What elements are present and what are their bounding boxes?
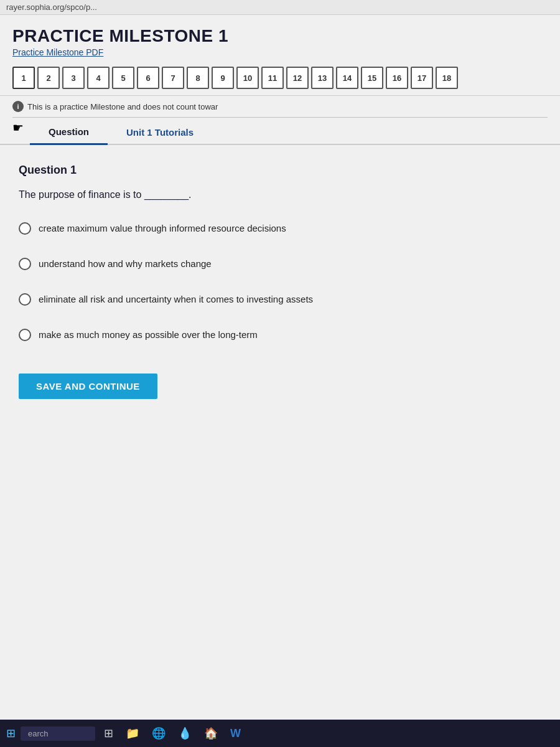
- nav-btn-3[interactable]: 3: [62, 67, 85, 89]
- tabs-row: ☛ Question Unit 1 Tutorials: [0, 120, 560, 145]
- taskbar-files-icon[interactable]: 📁: [122, 726, 143, 740]
- nav-btn-11[interactable]: 11: [261, 67, 284, 89]
- browser-icon: 🌐: [148, 726, 169, 740]
- taskbar: ⊞ earch ⊞ 📁 🌐 💧 🏠 W: [0, 720, 560, 747]
- nav-btn-15[interactable]: 15: [361, 67, 383, 89]
- subtitle-pdf-link[interactable]: Practice Milestone PDF: [12, 47, 103, 57]
- tab-question[interactable]: Question: [30, 120, 108, 145]
- radio-a[interactable]: [19, 222, 31, 235]
- nav-btn-12[interactable]: 12: [286, 67, 309, 89]
- question-area: Question 1 The purpose of finance is to …: [0, 145, 560, 411]
- save-continue-button[interactable]: SAVE AND CONTINUE: [19, 374, 157, 399]
- page-title: PRACTICE MILESTONE 1: [12, 26, 548, 46]
- nav-btn-4[interactable]: 4: [87, 67, 110, 89]
- question-navigation: 1 2 3 4 5 6 7 8 9 10 11 12 13 14 15 16 1…: [0, 60, 560, 95]
- folder-icon: 📁: [122, 726, 143, 740]
- answer-option-c[interactable]: eliminate all risk and uncertainty when …: [19, 290, 541, 308]
- radio-d[interactable]: [19, 329, 31, 341]
- taskbar-search[interactable]: earch: [21, 726, 95, 741]
- windows-icon: ⊞: [6, 726, 16, 740]
- nav-btn-2[interactable]: 2: [37, 67, 60, 89]
- nav-btn-16[interactable]: 16: [386, 67, 408, 89]
- dropbox-icon: 💧: [174, 726, 195, 740]
- notice-bar: i This is a practice Milestone and does …: [0, 96, 560, 117]
- answer-option-a[interactable]: create maximum value through informed re…: [19, 219, 541, 237]
- word-icon: W: [226, 727, 245, 740]
- nav-btn-8[interactable]: 8: [187, 67, 209, 89]
- radio-b[interactable]: [19, 258, 31, 270]
- nav-btn-17[interactable]: 17: [411, 67, 433, 89]
- answer-option-d[interactable]: make as much money as possible over the …: [19, 326, 541, 344]
- nav-btn-6[interactable]: 6: [137, 67, 159, 89]
- nav-btn-14[interactable]: 14: [336, 67, 358, 89]
- taskbar-dropbox-icon[interactable]: 💧: [174, 726, 195, 740]
- browser-url: rayer.sophia.org/spco/p...: [0, 0, 560, 15]
- taskbar-grid-icon[interactable]: ⊞: [100, 726, 117, 740]
- radio-c[interactable]: [19, 293, 31, 306]
- taskbar-browser-icon[interactable]: 🌐: [148, 726, 169, 740]
- nav-btn-9[interactable]: 9: [212, 67, 234, 89]
- home-icon: 🏠: [200, 726, 222, 740]
- nav-btn-13[interactable]: 13: [311, 67, 334, 89]
- answer-text-c: eliminate all risk and uncertainty when …: [39, 293, 313, 306]
- cursor-icon: ☛: [12, 120, 24, 144]
- answer-text-a: create maximum value through informed re…: [39, 222, 286, 235]
- nav-btn-18[interactable]: 18: [436, 67, 458, 89]
- nav-btn-7[interactable]: 7: [162, 67, 184, 89]
- taskbar-home-icon[interactable]: 🏠: [200, 726, 222, 740]
- grid-icon: ⊞: [100, 726, 117, 740]
- question-text: The purpose of finance is to ________.: [19, 189, 541, 200]
- tab-unit-tutorials[interactable]: Unit 1 Tutorials: [108, 120, 212, 144]
- windows-start-button[interactable]: ⊞: [6, 726, 16, 740]
- answer-option-b[interactable]: understand how and why markets change: [19, 255, 541, 273]
- question-label: Question 1: [19, 164, 541, 177]
- nav-btn-5[interactable]: 5: [112, 67, 134, 89]
- taskbar-word-icon[interactable]: W: [226, 727, 245, 740]
- answer-text-d: make as much money as possible over the …: [39, 328, 258, 341]
- answer-text-b: understand how and why markets change: [39, 257, 212, 270]
- notice-text: This is a practice Milestone and does no…: [27, 102, 218, 111]
- search-text: earch: [28, 729, 49, 738]
- nav-btn-10[interactable]: 10: [236, 67, 259, 89]
- info-icon: i: [12, 101, 24, 112]
- nav-btn-1[interactable]: 1: [12, 67, 35, 89]
